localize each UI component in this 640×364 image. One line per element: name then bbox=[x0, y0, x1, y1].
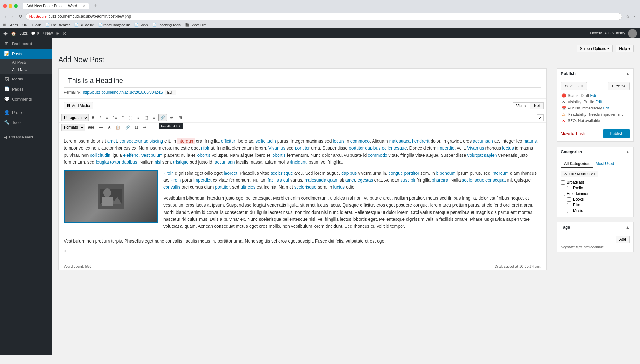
link-accumsan1[interactable]: accumsan bbox=[473, 138, 493, 144]
link-bibendum[interactable]: bibendum bbox=[436, 171, 456, 176]
status-edit-link[interactable]: Edit bbox=[590, 93, 597, 98]
fullscreen-btn[interactable]: ⤢ bbox=[537, 114, 544, 121]
link-lectus2[interactable]: lectus bbox=[502, 145, 514, 150]
link-facilisis[interactable]: facilisis bbox=[268, 178, 282, 183]
align-right-btn[interactable]: ⬚ bbox=[143, 114, 150, 121]
wordpress-logo-icon[interactable]: ⊕ bbox=[3, 30, 8, 37]
bookmark-apps[interactable]: Apps bbox=[9, 23, 20, 27]
bookmark-teaching-tools[interactable]: 📄 Teaching Tools bbox=[151, 22, 182, 27]
link-feugiat1[interactable]: feugiat bbox=[96, 160, 109, 165]
bookmark-star-icon[interactable]: ☆ bbox=[626, 14, 630, 19]
link-consectetur[interactable]: consectetur bbox=[120, 138, 142, 144]
publish-timing-edit-link[interactable]: Edit bbox=[603, 106, 609, 110]
link-lectus[interactable]: lectus bbox=[333, 138, 344, 144]
link-eleifend[interactable]: eleifend bbox=[123, 153, 138, 158]
link-porttitor2[interactable]: porttitor bbox=[349, 145, 364, 150]
link-dapibus1[interactable]: dapibus bbox=[365, 145, 380, 150]
sidebar-item-all-posts[interactable]: All Posts bbox=[0, 59, 52, 66]
link-quam[interactable]: quam bbox=[327, 178, 338, 183]
link-adipiscing[interactable]: adipiscing bbox=[144, 138, 163, 144]
link-dapibus2[interactable]: dapibus bbox=[122, 160, 137, 165]
text-color-btn[interactable]: A bbox=[106, 124, 112, 131]
cat-checkbox-books[interactable] bbox=[567, 197, 571, 202]
link-efficitur[interactable]: efficitur bbox=[221, 138, 235, 144]
bookmark-bu-ac-uk[interactable]: 📄 BU.ac.uk bbox=[73, 22, 95, 27]
link-porttitor1[interactable]: porttitor bbox=[295, 145, 310, 150]
formats-select[interactable]: Formats bbox=[61, 124, 85, 131]
link-check-btn[interactable]: 🔗 bbox=[123, 124, 132, 131]
paste-btn[interactable]: 📋 bbox=[114, 124, 122, 131]
editor-content[interactable]: Lorem ipsum dolor sit amet, consectetur … bbox=[59, 132, 546, 263]
link-dui[interactable]: dui bbox=[283, 178, 289, 183]
visual-tab-btn[interactable]: Visual bbox=[513, 102, 530, 109]
collapse-menu-btn[interactable]: ◀ Collapse menu bbox=[0, 132, 52, 142]
comments-icon-link[interactable]: 💬 0 bbox=[31, 31, 39, 36]
bookmark-clook[interactable]: Clook bbox=[31, 23, 43, 27]
link-commodo2[interactable]: commodo bbox=[368, 153, 387, 158]
preview-btn[interactable]: Preview bbox=[608, 82, 630, 90]
cat-checkbox-radio[interactable] bbox=[567, 186, 571, 190]
link-scelerisque3[interactable]: scelerisque bbox=[294, 185, 317, 190]
link-luctus[interactable]: luctus bbox=[333, 185, 345, 190]
sidebar-item-dashboard[interactable]: ⊞ Dashboard bbox=[0, 38, 52, 49]
link-consequat[interactable]: consequat bbox=[485, 178, 506, 183]
link-proin2[interactable]: Proin bbox=[171, 178, 181, 183]
browser-tab[interactable]: Add New Post ‹ Buzz — Word... ✕ bbox=[23, 3, 89, 9]
omega-btn[interactable]: Ω bbox=[133, 124, 140, 131]
sidebar-item-media[interactable]: 🖼 Media bbox=[0, 74, 52, 84]
unlink-btn[interactable]: ⛓ bbox=[168, 114, 176, 121]
sidebar-item-comments[interactable]: 💬 Comments bbox=[0, 94, 52, 104]
bookmark-robmunday[interactable]: 📄 robmunday.co.uk bbox=[97, 22, 132, 27]
link-scelerisque2[interactable]: scelerisque bbox=[462, 178, 484, 183]
unordered-list-btn[interactable]: ≡ bbox=[104, 114, 110, 121]
cat-checkbox-entertainment[interactable] bbox=[561, 192, 565, 196]
insert-table-btn[interactable]: ⊞ bbox=[177, 114, 184, 121]
paragraph-select[interactable]: Paragraph bbox=[61, 114, 89, 121]
publish-box-header[interactable]: Publish ▲ bbox=[557, 69, 633, 79]
maximize-dot[interactable] bbox=[14, 4, 18, 8]
categories-box-header[interactable]: Categories ▲ bbox=[557, 147, 633, 157]
link-suscipit[interactable]: suscipit bbox=[401, 178, 415, 183]
indent-btn[interactable]: ⇥ bbox=[141, 124, 148, 131]
link-volutpat[interactable]: volutpat bbox=[467, 153, 483, 158]
permalink-link[interactable]: http://buzz.bournemouth.ac.uk/2018/06/30… bbox=[83, 90, 163, 95]
link-laoreet[interactable]: laoreet bbox=[224, 171, 237, 176]
new-tab-icon[interactable]: + bbox=[94, 3, 97, 9]
link-egestas[interactable]: egestas bbox=[358, 178, 373, 183]
sidebar-item-tools[interactable]: 🔧 Tools bbox=[0, 117, 52, 127]
link-tristique[interactable]: tristique bbox=[173, 160, 189, 165]
strikethrough-btn[interactable]: abc bbox=[86, 124, 96, 131]
link-interdum[interactable]: interdum bbox=[492, 171, 509, 176]
link-vivamus2[interactable]: Vivamus bbox=[467, 145, 484, 150]
bookmark-sotw[interactable]: 📄 SotW bbox=[132, 22, 150, 27]
link-convallis[interactable]: convallis bbox=[163, 185, 180, 190]
tags-box-header[interactable]: Tags ▲ bbox=[557, 222, 633, 232]
italic-btn[interactable]: I bbox=[98, 114, 103, 121]
sidebar-item-add-new[interactable]: Add New bbox=[0, 66, 52, 74]
minimize-dot[interactable] bbox=[9, 4, 12, 8]
link-dapibus3[interactable]: dapibus bbox=[341, 171, 357, 176]
permalink-edit-btn[interactable]: Edit bbox=[165, 90, 176, 95]
link-malesuada[interactable]: malesuada bbox=[389, 138, 411, 144]
tags-add-btn[interactable]: Add bbox=[616, 236, 630, 243]
link-scelerisque1[interactable]: scelerisque bbox=[271, 171, 293, 176]
link-commodo[interactable]: commodo bbox=[350, 138, 370, 144]
sidebar-item-pages[interactable]: 📄 Pages bbox=[0, 84, 52, 94]
align-left-btn[interactable]: ⬚ bbox=[127, 114, 134, 121]
insert-link-btn[interactable]: 🔗 Insert/edit link bbox=[158, 114, 167, 121]
ordered-list-btn[interactable]: 1≡ bbox=[111, 114, 119, 121]
tab-close-icon[interactable]: ✕ bbox=[82, 4, 85, 8]
link-sapien[interactable]: sapien bbox=[484, 153, 497, 158]
link-hendrerit[interactable]: hendrerit bbox=[412, 138, 429, 144]
link-sollicitudin[interactable]: sollicitudin bbox=[255, 138, 276, 144]
reload-button[interactable]: ↻ bbox=[17, 13, 24, 20]
link-lobortis2[interactable]: lobortis bbox=[271, 153, 285, 158]
link-tortor[interactable]: tortor bbox=[110, 160, 120, 165]
select-deselect-btn[interactable]: Select / Deselect All bbox=[561, 171, 598, 177]
sidebar-item-posts[interactable]: 📝 Posts bbox=[0, 49, 52, 59]
justify-btn[interactable]: ≡ bbox=[151, 114, 157, 121]
tags-input[interactable] bbox=[561, 236, 614, 243]
most-used-tab[interactable]: Most Used bbox=[593, 160, 617, 168]
bookmark-short-film[interactable]: 🎬 Short Film bbox=[184, 22, 208, 27]
link-lobortis1[interactable]: lobortis bbox=[196, 153, 210, 158]
